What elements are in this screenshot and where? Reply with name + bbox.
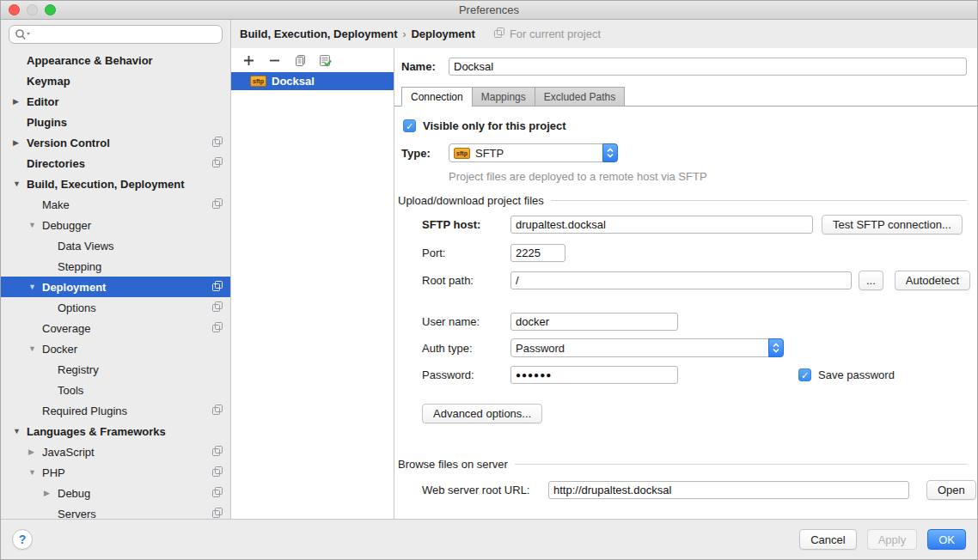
deployment-form: Name: Connection Mappings Excluded Paths…: [394, 48, 977, 519]
sidebar-item-label: Keymap: [27, 75, 70, 88]
server-list-panel: sftp Docksal: [231, 48, 394, 519]
sidebar-item-javascript[interactable]: ▶JavaScript: [1, 441, 230, 462]
project-scope-icon: [212, 281, 223, 295]
footer-bar: ? Cancel Apply OK: [1, 519, 977, 559]
sidebar-item-docker[interactable]: ▼Docker: [1, 338, 230, 359]
expanded-arrow-icon[interactable]: ▼: [11, 180, 27, 188]
autodetect-button[interactable]: Autodetect: [895, 271, 970, 290]
sidebar-item-label: Data Views: [58, 240, 114, 253]
sidebar-item-label: Servers: [58, 508, 96, 520]
expanded-arrow-icon[interactable]: ▼: [27, 344, 42, 353]
ok-button[interactable]: OK: [927, 529, 966, 550]
sidebar-tree: Appearance & BehaviorKeymap▶EditorPlugin…: [1, 48, 230, 519]
sidebar-item-coverage[interactable]: Coverage: [1, 318, 230, 338]
type-hint: Project files are deployed to a remote h…: [449, 170, 977, 183]
server-list-item-docksal[interactable]: sftp Docksal: [231, 72, 394, 90]
open-url-button[interactable]: Open: [926, 480, 976, 500]
sidebar-item-data-views[interactable]: Data Views: [1, 235, 230, 256]
sidebar-item-build-execution-deployment[interactable]: ▼Build, Execution, Deployment: [1, 173, 230, 194]
type-select[interactable]: sftp SFTP: [449, 143, 618, 162]
help-icon: ?: [19, 533, 27, 546]
sidebar-item-languages-frameworks[interactable]: ▼Languages & Frameworks: [1, 421, 230, 441]
sftp-host-input[interactable]: [510, 216, 813, 234]
collapsed-arrow-icon[interactable]: ▶: [42, 489, 58, 497]
sidebar-item-version-control[interactable]: ▶Version Control: [1, 132, 230, 153]
upload-section-label: Upload/download project files: [398, 194, 544, 207]
visible-only-checkbox[interactable]: ✓: [403, 119, 416, 132]
sidebar-item-deployment[interactable]: ▼Deployment: [1, 277, 230, 297]
sidebar-item-options[interactable]: Options: [1, 297, 230, 318]
cancel-button[interactable]: Cancel: [799, 529, 856, 550]
sidebar-item-registry[interactable]: Registry: [1, 359, 230, 380]
sidebar-item-debugger[interactable]: ▼Debugger: [1, 215, 230, 235]
expanded-arrow-icon[interactable]: ▼: [27, 283, 42, 291]
tab-connection[interactable]: Connection: [401, 87, 472, 107]
user-name-label: User name:: [422, 315, 510, 328]
use-as-default-button[interactable]: [318, 52, 333, 68]
save-password-checkbox[interactable]: ✓: [798, 368, 811, 381]
port-row: Port:: [422, 244, 977, 262]
project-scope-icon: [212, 466, 223, 480]
tab-mappings[interactable]: Mappings: [472, 87, 535, 107]
sidebar-item-label: Directories: [27, 157, 85, 170]
collapsed-arrow-icon[interactable]: ▶: [11, 97, 27, 106]
minimize-window-button[interactable]: [27, 4, 38, 15]
project-scope-icon: [212, 301, 223, 315]
save-password-label: Save password: [818, 368, 895, 381]
sidebar-item-tools[interactable]: Tools: [1, 380, 230, 400]
section-divider: [551, 200, 967, 201]
breadcrumb-parent[interactable]: Build, Execution, Deployment: [240, 27, 397, 40]
title-bar: Preferences: [1, 1, 977, 20]
sidebar-item-label: PHP: [42, 466, 65, 479]
name-label: Name:: [401, 60, 449, 73]
server-name: Docksal: [272, 75, 315, 88]
sidebar-item-make[interactable]: Make: [1, 194, 230, 215]
sidebar-item-required-plugins[interactable]: Required Plugins: [1, 400, 230, 421]
web-root-input[interactable]: [548, 481, 909, 499]
sidebar-item-label: Debugger: [42, 219, 91, 232]
tab-excluded-paths[interactable]: Excluded Paths: [535, 87, 625, 107]
sidebar-item-directories[interactable]: Directories: [1, 153, 230, 173]
sidebar-item-appearance-behavior[interactable]: Appearance & Behavior: [1, 50, 230, 70]
copy-server-button[interactable]: [292, 52, 308, 68]
sidebar-item-servers[interactable]: Servers: [1, 503, 230, 519]
sidebar-item-label: Editor: [27, 95, 59, 108]
sidebar-item-stepping[interactable]: Stepping: [1, 256, 230, 277]
advanced-options-button[interactable]: Advanced options...: [422, 404, 542, 423]
zoom-window-button[interactable]: [45, 4, 56, 15]
help-button[interactable]: ?: [12, 529, 33, 550]
search-icon: [15, 28, 32, 40]
add-server-button[interactable]: [241, 52, 256, 68]
collapsed-arrow-icon[interactable]: ▶: [27, 447, 42, 456]
port-label: Port:: [422, 247, 510, 259]
auth-type-select[interactable]: Password: [510, 338, 784, 357]
sidebar-item-debug[interactable]: ▶Debug: [1, 483, 230, 503]
browse-root-path-button[interactable]: ...: [859, 271, 883, 290]
expanded-arrow-icon[interactable]: ▼: [11, 427, 27, 435]
expanded-arrow-icon[interactable]: ▼: [27, 468, 42, 477]
project-scope-icon: [212, 322, 223, 336]
remove-server-button[interactable]: [266, 52, 282, 68]
project-scope-icon: [212, 137, 223, 150]
sidebar-item-php[interactable]: ▼PHP: [1, 462, 230, 483]
sidebar-item-label: Stepping: [58, 260, 101, 273]
password-input[interactable]: [510, 366, 678, 384]
test-sftp-connection-button[interactable]: Test SFTP connection...: [822, 215, 963, 234]
sidebar-item-label: Version Control: [27, 137, 110, 149]
sftp-host-row: SFTP host: Test SFTP connection...: [422, 215, 977, 234]
sidebar-item-label: Required Plugins: [42, 405, 127, 417]
port-input[interactable]: [510, 244, 565, 262]
sidebar-item-label: Registry: [58, 363, 99, 376]
apply-button[interactable]: Apply: [867, 529, 918, 550]
sidebar-item-editor[interactable]: ▶Editor: [1, 91, 230, 112]
expanded-arrow-icon[interactable]: ▼: [27, 221, 42, 229]
user-name-input[interactable]: [510, 313, 678, 331]
scope-label: For current project: [510, 27, 601, 40]
close-window-button[interactable]: [9, 4, 20, 15]
sidebar-item-keymap[interactable]: Keymap: [1, 70, 230, 91]
collapsed-arrow-icon[interactable]: ▶: [11, 138, 27, 147]
name-input[interactable]: [449, 58, 967, 76]
search-input[interactable]: [9, 25, 223, 44]
sidebar-item-plugins[interactable]: Plugins: [1, 112, 230, 132]
root-path-input[interactable]: [510, 271, 852, 289]
